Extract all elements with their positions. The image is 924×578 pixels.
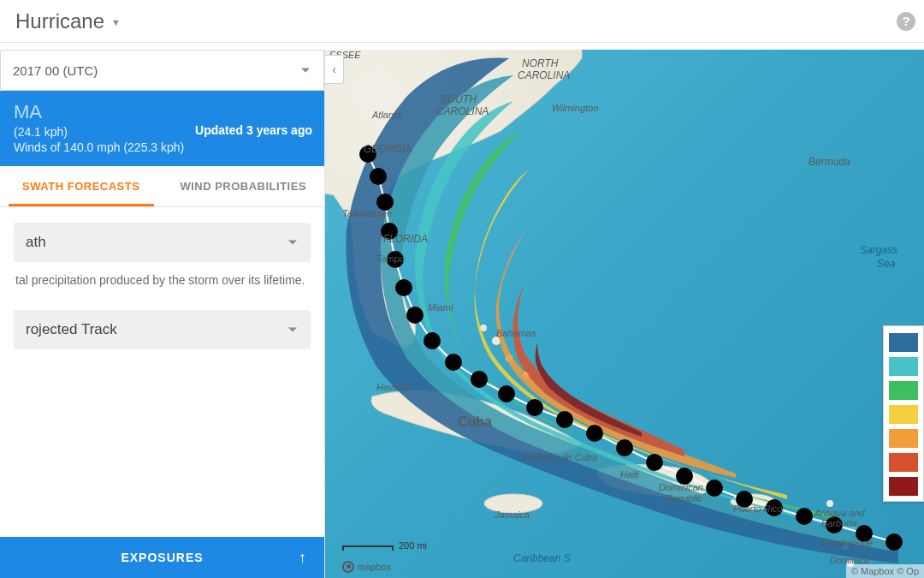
svg-text:Sea: Sea [877, 258, 896, 270]
label-atlanta: Atlanta [371, 110, 401, 120]
svg-text:Barbuda: Barbuda [821, 518, 857, 528]
svg-point-16 [646, 454, 663, 471]
svg-point-22 [471, 371, 488, 388]
svg-text:Antigua and: Antigua and [814, 508, 866, 518]
storm-panel: MA (24.1 kph) Winds of 140.0 mph (225.3 … [0, 91, 324, 166]
label-bermuda: Bermuda [808, 156, 850, 168]
storm-name: MA [14, 101, 311, 123]
date-value: 2017 00 (UTC) [13, 63, 98, 78]
topbar: Hurricane ▼ ? [0, 0, 924, 43]
svg-point-4 [826, 500, 833, 507]
tab-swath-forecasts[interactable]: SWATH FORECASTS [0, 166, 163, 206]
label-cuba: Cuba [458, 414, 492, 429]
label-miami: Miami [428, 302, 453, 313]
svg-text:CAROLINA: CAROLINA [436, 105, 489, 117]
scale-bar: 200 mi [342, 540, 427, 551]
legend-swatch [889, 453, 918, 472]
label-pr: Puerto Rico [733, 504, 782, 514]
svg-point-19 [556, 411, 573, 428]
legend-swatch [889, 333, 918, 352]
legend-swatch [889, 405, 918, 424]
label-florida: FLORIDA [383, 233, 428, 245]
label-bahamas: Bahamas [496, 328, 536, 338]
svg-text:Guadeloupe: Guadeloupe [821, 538, 873, 548]
svg-point-8 [886, 533, 903, 551]
svg-point-25 [406, 307, 424, 324]
svg-point-30 [370, 168, 387, 185]
legend-swatch [889, 381, 918, 400]
storm-updated: Updated 3 years ago [195, 123, 312, 137]
track-select[interactable]: rojected Track [14, 310, 311, 349]
svg-point-18 [586, 425, 603, 442]
label-wilmington: Wilmington [552, 103, 598, 113]
app-title: Hurricane [15, 9, 104, 33]
label-tallahassee: Tallahassee [342, 208, 392, 218]
mapbox-icon [342, 561, 354, 573]
label-havana: Havana [376, 382, 409, 392]
sidebar: 2017 00 (UTC) MA (24.1 kph) Winds of 140… [0, 50, 325, 578]
label-sc: SOUTH [441, 93, 477, 105]
swath-type-select[interactable]: ath [14, 223, 311, 262]
legend-swatch [889, 429, 918, 448]
tab-wind-probabilities[interactable]: WIND PROBABILITIES [163, 166, 325, 206]
arrow-up-icon: ↑ [299, 549, 307, 567]
panel-body: ath tal precipitation produced by the st… [0, 207, 324, 537]
svg-point-21 [498, 385, 515, 402]
legend-swatch [889, 477, 918, 496]
svg-text:Caribbean S: Caribbean S [513, 552, 571, 564]
svg-point-23 [445, 354, 462, 371]
svg-text:Republic: Republic [666, 493, 702, 504]
exposures-button[interactable]: EXPOSURES ↑ [0, 537, 324, 578]
label-santiago: Santiago de Cuba [522, 452, 597, 462]
svg-point-24 [424, 332, 441, 349]
date-selector[interactable]: 2017 00 (UTC) [0, 50, 324, 91]
svg-text:CAROLINA: CAROLINA [518, 69, 570, 81]
svg-point-20 [526, 399, 543, 416]
storm-winds: Winds of 140.0 mph (225.3 kph) [14, 140, 311, 154]
label-jamaica: Jamaica [494, 509, 530, 520]
label-nc: NORTH [522, 57, 559, 69]
swath-description: tal precipitation produced by the storm … [15, 272, 309, 289]
attribution[interactable]: © Mapbox © Op [846, 564, 924, 578]
label-tampa: Tampa [376, 253, 405, 264]
color-legend [883, 325, 924, 502]
label-haiti: Haiti [620, 469, 640, 480]
svg-point-11 [796, 508, 813, 525]
label-dr1: Dominican [659, 482, 703, 492]
legend-swatch [889, 357, 918, 376]
svg-point-14 [706, 480, 723, 497]
title-dropdown[interactable]: Hurricane ▼ [15, 9, 121, 33]
collapse-sidebar-handle[interactable]: ‹ [325, 55, 344, 84]
tabs: SWATH FORECASTS WIND PROBABILITIES [0, 166, 324, 207]
svg-point-26 [395, 279, 412, 296]
help-icon[interactable]: ? [897, 12, 915, 31]
svg-text:Sargass: Sargass [860, 244, 897, 256]
map[interactable]: ‹ [325, 50, 924, 578]
map-svg: NORTH CAROLINA SOUTH CAROLINA Wilmington… [325, 50, 924, 578]
mapbox-logo[interactable]: mapbox [342, 561, 391, 573]
label-georgia: GEORGIA [364, 143, 412, 155]
svg-point-17 [616, 439, 633, 456]
chevron-down-icon: ▼ [111, 17, 121, 27]
